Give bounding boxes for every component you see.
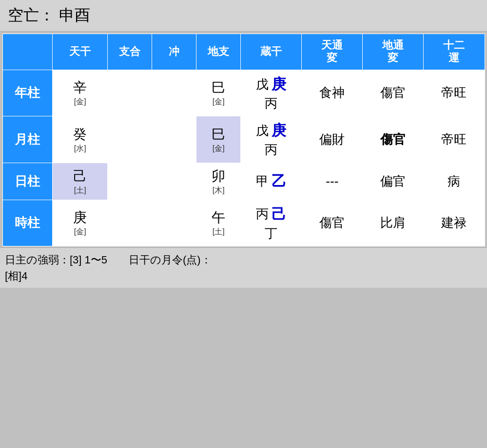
tentsuhen-cell-2: --- <box>302 163 363 200</box>
footer-line2: [相]4 <box>5 268 482 284</box>
table-body: 年柱辛[金]巳[金] 戊庚 丙食神傷官帝旺月柱癸[水]巳[金] 戊庚 丙偏財傷官… <box>2 70 485 246</box>
zokkan-cell-1: 戊庚 丙 <box>241 116 302 163</box>
title-text: 空亡： 申酉 <box>8 6 90 24</box>
chitsuhen-cell-2: 偏官 <box>363 163 424 200</box>
title-bar: 空亡： 申酉 <box>0 0 487 32</box>
table-container: 天干 支合 冲 地支 蔵干 天通変 <box>0 32 487 247</box>
header-tentsuhen: 天通変 <box>302 34 363 70</box>
chitsuhen-cell-1: 傷官 <box>363 116 424 163</box>
chu-cell-0 <box>152 70 196 116</box>
junishi-cell-2: 病 <box>424 163 485 200</box>
tentsuhen-cell-3: 傷官 <box>302 200 363 246</box>
shigo-cell-1 <box>108 116 152 163</box>
junishi-cell-0: 帝旺 <box>424 70 485 116</box>
chu-cell-3 <box>152 200 196 246</box>
header-zokkan: 蔵干 <box>241 34 302 70</box>
table-row: 月柱癸[水]巳[金] 戊庚 丙偏財傷官帝旺 <box>2 116 485 163</box>
chishi-cell-2: 卯[木] <box>196 163 241 200</box>
header-tenkan: 天干 <box>52 34 108 70</box>
chishi-cell-3: 午[土] <box>196 200 241 246</box>
row-label-1: 月柱 <box>2 116 52 163</box>
shigo-cell-0 <box>108 70 152 116</box>
footer-line1: 日主の強弱：[3] 1〜5 日干の月令(点)： <box>5 252 482 268</box>
header-row: 天干 支合 冲 地支 蔵干 天通変 <box>2 34 485 70</box>
chishi-cell-0: 巳[金] <box>196 70 241 116</box>
header-junishi: 十二運 <box>424 34 485 70</box>
junishi-cell-1: 帝旺 <box>424 116 485 163</box>
row-label-2: 日柱 <box>2 163 52 200</box>
header-chishi: 地支 <box>196 34 241 70</box>
header-chitsuhen: 地通変 <box>363 34 424 70</box>
chu-cell-1 <box>152 116 196 163</box>
tenkan-cell-1: 癸[水] <box>52 116 108 163</box>
table-row: 年柱辛[金]巳[金] 戊庚 丙食神傷官帝旺 <box>2 70 485 116</box>
shigo-cell-3 <box>108 200 152 246</box>
row-label-3: 時柱 <box>2 200 52 246</box>
header-chu: 冲 <box>152 34 196 70</box>
zokkan-cell-2: 甲乙 <box>241 163 302 200</box>
chitsuhen-cell-0: 傷官 <box>363 70 424 116</box>
header-shigo: 支合 <box>108 34 152 70</box>
tenkan-cell-0: 辛[金] <box>52 70 108 116</box>
chishi-cell-1: 巳[金] <box>196 116 241 163</box>
row-label-0: 年柱 <box>2 70 52 116</box>
page-wrapper: 空亡： 申酉 天干 支合 冲 地支 <box>0 0 487 288</box>
zokkan-cell-0: 戊庚 丙 <box>241 70 302 116</box>
tentsuhen-cell-0: 食神 <box>302 70 363 116</box>
tenkan-cell-2: 己[土] <box>52 163 108 200</box>
chitsuhen-cell-3: 比肩 <box>363 200 424 246</box>
shigo-cell-2 <box>108 163 152 200</box>
main-table: 天干 支合 冲 地支 蔵干 天通変 <box>2 34 485 246</box>
zokkan-cell-3: 丙己 丁 <box>241 200 302 246</box>
header-empty <box>2 34 52 70</box>
tenkan-cell-3: 庚[金] <box>52 200 108 246</box>
table-row: 日柱己[土]卯[木] 甲乙 ---偏官病 <box>2 163 485 200</box>
junishi-cell-3: 建禄 <box>424 200 485 246</box>
table-row: 時柱庚[金]午[土] 丙己 丁傷官比肩建禄 <box>2 200 485 246</box>
footer-bar: 日主の強弱：[3] 1〜5 日干の月令(点)： [相]4 <box>0 247 487 288</box>
tentsuhen-cell-1: 偏財 <box>302 116 363 163</box>
chu-cell-2 <box>152 163 196 200</box>
